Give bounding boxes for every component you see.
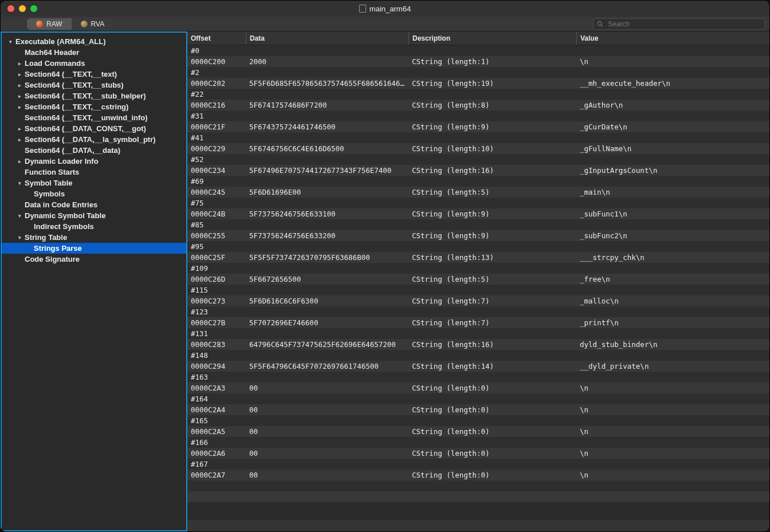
tree-item[interactable]: ▸Indirect Symbols	[2, 221, 186, 232]
table-row[interactable]: #75	[187, 198, 769, 208]
table-row[interactable]: #2	[187, 67, 769, 78]
table-row[interactable]: 0000C2A700CString (length:0)\n	[187, 470, 769, 480]
grid-body[interactable]: #00000C2002000CString (length:1) \n#2000…	[187, 45, 769, 519]
table-row[interactable]: 0000C2002000CString (length:1) \n	[187, 56, 769, 67]
table-row[interactable]: 0000C26D5F6672656500CString (length:5)_f…	[187, 274, 769, 285]
app-window: main_arm64 RAW RVA ▾Executable (ARM64_AL…	[0, 0, 770, 532]
table-row[interactable]: #167	[187, 459, 769, 470]
tree-item[interactable]: ▸Mach64 Header	[2, 47, 186, 58]
table-row[interactable]: #166	[187, 437, 769, 448]
table-row[interactable]: #31	[187, 111, 769, 121]
disclosure-triangle-icon[interactable]: ▾	[17, 235, 22, 241]
table-row[interactable]: 0000C2295F6746756C6C4E616D6500CString (l…	[187, 143, 769, 154]
table-row[interactable]: 0000C2165F67417574686F7200CString (lengt…	[187, 100, 769, 111]
disclosure-triangle-icon[interactable]: ▸	[17, 72, 22, 77]
disclosure-triangle-icon[interactable]: ▾	[17, 180, 22, 186]
table-row[interactable]: 0000C2455F6D61696E00CString (length:5)_m…	[187, 187, 769, 198]
tree-item-label: Dynamic Loader Info	[25, 157, 99, 165]
table-row[interactable]: #41	[187, 132, 769, 143]
cell-value: _free\n	[576, 275, 769, 283]
sidebar[interactable]: ▾Executable (ARM64_ALL)▸Mach64 Header▸Lo…	[1, 31, 187, 531]
table-row[interactable]: #109	[187, 263, 769, 274]
tree-item[interactable]: ▸Symbols	[2, 188, 186, 199]
cell-offset: 0000C24B	[187, 210, 246, 218]
table-row[interactable]: #52	[187, 154, 769, 165]
disclosure-triangle-icon[interactable]: ▸	[17, 126, 22, 132]
tree-item[interactable]: ▸Section64 (__DATA_CONST,__got)	[2, 123, 186, 134]
tree-item[interactable]: ▸Function Starts	[2, 167, 186, 178]
table-row[interactable]: 0000C2345F67496E7075744172677343F756E740…	[187, 165, 769, 176]
tree-item-label: Executable (ARM64_ALL)	[15, 37, 105, 46]
tree-item[interactable]: ▾Executable (ARM64_ALL)	[2, 36, 186, 47]
disclosure-triangle-icon[interactable]: ▸	[17, 82, 22, 88]
disclosure-triangle-icon[interactable]: ▾	[17, 213, 22, 219]
tree-item[interactable]: ▸Section64 (__DATA,__data)	[2, 145, 186, 156]
search-input[interactable]	[607, 19, 761, 29]
table-row[interactable]: #123	[187, 306, 769, 317]
table-row[interactable]: 0000C2945F5F64796C645F7072697661746500CS…	[187, 361, 769, 372]
tab-raw[interactable]: RAW	[27, 18, 72, 30]
table-row[interactable]: #131	[187, 328, 769, 339]
tree-item[interactable]: ▸Dynamic Loader Info	[2, 156, 186, 167]
table-row[interactable]: 0000C28364796C645F737475625F62696E646572…	[187, 339, 769, 350]
tree-item[interactable]: ▸Section64 (__DATA,__la_symbol_ptr)	[2, 134, 186, 145]
minimize-button[interactable]	[19, 5, 26, 12]
table-row[interactable]: 0000C2A300CString (length:0)\n	[187, 383, 769, 393]
column-header-offset[interactable]: Offset	[187, 31, 246, 45]
cell-offset: 0000C245	[187, 188, 246, 196]
table-row[interactable]: 0000C24B5F73756246756E633100CString (len…	[187, 208, 769, 219]
table-row[interactable]: 0000C2555F73756246756E633200CString (len…	[187, 230, 769, 241]
tree-item[interactable]: ▸Strings Parse	[2, 243, 186, 254]
tree-item[interactable]: ▾String Table	[2, 232, 186, 243]
tab-rva[interactable]: RVA	[72, 18, 114, 30]
table-row[interactable]: 0000C2A500CString (length:0)\n	[187, 426, 769, 437]
tree-item[interactable]: ▸Section64 (__TEXT,__stubs)	[2, 80, 186, 90]
disclosure-triangle-icon[interactable]: ▸	[17, 137, 22, 143]
close-button[interactable]	[7, 5, 14, 12]
tree-item[interactable]: ▸Section64 (__TEXT,__unwind_info)	[2, 112, 186, 123]
cell-value: \n	[576, 405, 769, 414]
table-row[interactable]: #22	[187, 89, 769, 100]
cell-offset: #166	[187, 438, 246, 447]
table-row[interactable]: #115	[187, 285, 769, 295]
table-row[interactable]: #85	[187, 219, 769, 230]
tree-item[interactable]: ▾Dynamic Symbol Table	[2, 210, 186, 221]
tree-item[interactable]: ▸Section64 (__TEXT,__cstring)	[2, 101, 186, 112]
zoom-button[interactable]	[30, 5, 37, 12]
table-row[interactable]: 0000C21F5F674375724461746500CString (len…	[187, 121, 769, 132]
disclosure-triangle-icon[interactable]: ▸	[17, 61, 22, 66]
cell-offset: #0	[187, 46, 246, 55]
column-header-value[interactable]: Value	[576, 31, 769, 45]
table-row[interactable]: 0000C2A600CString (length:0)\n	[187, 448, 769, 459]
disclosure-triangle-icon[interactable]: ▾	[7, 39, 13, 45]
cell-value: _gAuthor\n	[576, 101, 769, 109]
table-row[interactable]: #165	[187, 415, 769, 426]
tree-item[interactable]: ▾Symbol Table	[2, 178, 186, 188]
tree-item[interactable]: ▸Code Signature	[2, 254, 186, 265]
table-row[interactable]: #163	[187, 372, 769, 383]
tree-item[interactable]: ▸Section64 (__TEXT,__text)	[2, 69, 186, 80]
tree-item[interactable]: ▸Section64 (__TEXT,__stub_helper)	[2, 90, 186, 101]
cell-desc: CString (length:5)	[408, 275, 576, 283]
tree-item[interactable]: ▸Load Commands	[2, 58, 186, 69]
column-header-description[interactable]: Description	[408, 31, 576, 45]
tree-item[interactable]: ▸Data in Code Entries	[2, 199, 186, 210]
table-row[interactable]: 0000C2A400CString (length:0)\n	[187, 404, 769, 415]
search-field[interactable]	[593, 18, 765, 30]
table-row[interactable]: #0	[187, 45, 769, 56]
cell-desc: CString (length:0)	[408, 471, 576, 479]
table-row[interactable]: #148	[187, 350, 769, 361]
column-header-data[interactable]: Data	[246, 31, 408, 45]
disclosure-triangle-icon[interactable]: ▸	[17, 93, 22, 99]
table-row[interactable]: #95	[187, 241, 769, 252]
disclosure-triangle-icon[interactable]: ▸	[17, 159, 22, 164]
disclosure-triangle-icon[interactable]: ▸	[17, 104, 22, 110]
table-row[interactable]: 0000C25F5F5F5F7374726370795F63686B00CStr…	[187, 252, 769, 263]
rva-icon	[81, 21, 88, 27]
table-row[interactable]: #164	[187, 393, 769, 404]
table-row[interactable]: 0000C27B5F7072696E746600CString (length:…	[187, 317, 769, 328]
table-row[interactable]: 0000C2735F6D616C6C6F6300CString (length:…	[187, 295, 769, 306]
table-row[interactable]: #69	[187, 176, 769, 187]
cell-offset: 0000C234	[187, 166, 246, 175]
table-row[interactable]: 0000C2025F5F6D685F657865637574655F686561…	[187, 78, 769, 89]
